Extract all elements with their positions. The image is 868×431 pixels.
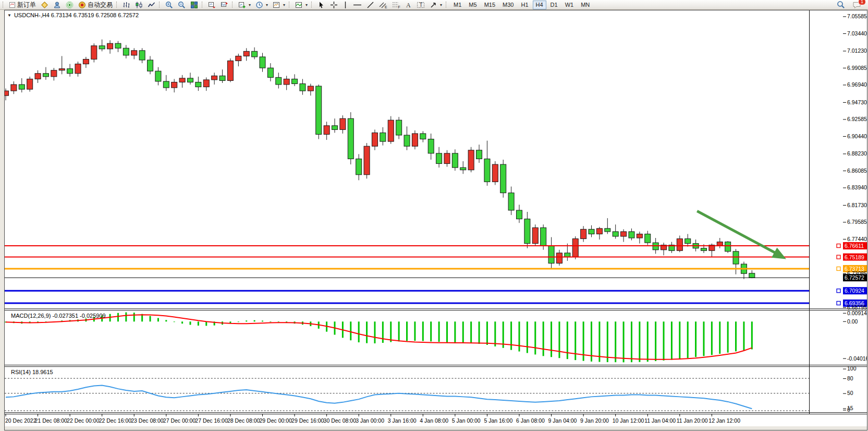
candle-body	[356, 159, 362, 174]
candle-body	[276, 77, 282, 85]
price-line-handle[interactable]	[837, 301, 840, 305]
timeframe-d1-button[interactable]: D1	[547, 1, 561, 9]
vertical-line-button[interactable]	[340, 0, 350, 10]
autotrading-button[interactable]: 自动交易	[76, 0, 115, 10]
tile-windows-button[interactable]	[188, 0, 200, 10]
timeframe-m30-button[interactable]: M30	[499, 1, 517, 9]
timeframe-h4-button[interactable]: H4	[533, 1, 546, 9]
candle-body	[115, 43, 121, 48]
candle-body	[725, 242, 731, 252]
arrows-button[interactable]	[427, 0, 444, 10]
indicators-button[interactable]	[293, 0, 310, 10]
candle-body	[35, 74, 41, 79]
candle-body	[11, 85, 17, 91]
cursor-button[interactable]	[315, 0, 327, 10]
candle-body	[572, 239, 578, 257]
price-line-handle[interactable]	[837, 255, 840, 259]
candle-body	[83, 59, 89, 64]
time-tick-label: 27 Dec 00:00	[163, 418, 196, 424]
fibonacci-button[interactable]: F	[390, 0, 402, 10]
trendline-button[interactable]	[364, 0, 376, 10]
text-button[interactable]: A	[403, 0, 414, 10]
price-tick-label: 6.68795	[847, 305, 867, 310]
toolbar-grip	[116, 2, 118, 8]
timeframe-m15-button[interactable]: M15	[481, 1, 498, 9]
horizontal-line-icon	[353, 1, 362, 9]
candle-body	[420, 134, 426, 139]
candle-body	[139, 51, 145, 60]
candle-body	[476, 150, 482, 159]
timeframe-w1-button[interactable]: W1	[562, 1, 577, 9]
time-tick-label: 22 Dec 16:00	[99, 418, 132, 424]
text-label-button[interactable]: T	[414, 0, 427, 10]
price-tick-label: 7.05585	[847, 14, 867, 19]
price-line-handle[interactable]	[837, 267, 840, 270]
arrows-icon	[430, 1, 437, 9]
candle-body	[637, 234, 642, 238]
timeframe-mn-button[interactable]: MN	[578, 1, 593, 9]
timeframe-h1-button[interactable]: H1	[518, 1, 531, 9]
notifications-button[interactable]: 1	[850, 0, 863, 10]
timeframe-m1-button[interactable]: M1	[450, 1, 464, 9]
search-button[interactable]	[835, 0, 847, 10]
time-tick-label: 27 Dec 16:00	[195, 418, 228, 424]
horizontal-line-button[interactable]	[351, 0, 364, 10]
price-line-badge-label: 6.75189	[845, 255, 864, 260]
candle-body	[236, 56, 241, 61]
time-tick-label: 5 Jan 16:00	[484, 418, 512, 424]
shift-chart-button[interactable]	[218, 0, 230, 10]
time-tick-label: 22 Dec 00:00	[67, 418, 100, 424]
price-line-handle[interactable]	[837, 244, 840, 248]
candle-body	[316, 86, 322, 134]
candle-body	[219, 76, 225, 80]
line-chart-button[interactable]	[145, 0, 157, 10]
templates-button[interactable]	[271, 0, 287, 10]
candle-body	[67, 69, 73, 74]
chart-svg[interactable]: 6.766116.751896.737136.725726.709246.693…	[5, 10, 867, 430]
price-tick-label: 6.86085	[847, 168, 867, 174]
crosshair-icon	[330, 1, 338, 9]
price-tick-label: 6.83940	[847, 185, 867, 190]
toolbar-grip	[311, 2, 313, 8]
candle-body	[532, 228, 538, 243]
time-tick-label: 10 Jan 12:00	[613, 418, 644, 424]
zoom-out-button[interactable]	[176, 0, 188, 10]
candle-body	[605, 229, 610, 232]
new-chart-button[interactable]	[236, 0, 253, 10]
candlestick-chart-button[interactable]	[133, 0, 145, 10]
market-watch-button[interactable]	[39, 0, 51, 10]
candle-body	[372, 133, 377, 146]
time-tick-label: 23 Dec 08:00	[131, 418, 164, 424]
candlestick-chart-icon	[135, 1, 143, 9]
signals-button[interactable]	[64, 0, 76, 10]
time-tick-label: 11 Jan 04:00	[644, 418, 676, 424]
candle-body	[629, 232, 634, 238]
svg-text:T: T	[420, 2, 423, 8]
periods-button[interactable]	[253, 0, 270, 10]
candle-body	[508, 193, 514, 210]
price-line-handle[interactable]	[837, 289, 840, 293]
time-tick-label: 4 Jan 08:00	[420, 418, 448, 424]
rsi-axis-label: 0	[847, 407, 850, 413]
price-tick-label: 6.81730	[847, 202, 867, 208]
candle-body	[43, 74, 48, 77]
market-watch-icon	[41, 1, 48, 9]
time-tick-label: 11 Jan 20:00	[677, 418, 708, 424]
zoom-in-button[interactable]	[163, 0, 175, 10]
new-order-button[interactable]: 新订单	[7, 0, 38, 10]
candle-body	[589, 229, 594, 234]
candle-body	[91, 46, 97, 59]
candle-body	[99, 46, 105, 49]
crosshair-button[interactable]	[328, 0, 340, 10]
candle-body	[284, 79, 289, 85]
candle-body	[107, 43, 113, 49]
navigator-button[interactable]	[51, 0, 63, 10]
price-tick-label: 6.73085	[847, 271, 867, 277]
bar-chart-button[interactable]	[120, 0, 132, 10]
arrange-charts-button[interactable]	[206, 0, 218, 10]
timeframe-m5-button[interactable]: M5	[466, 1, 480, 9]
candle-body	[548, 246, 554, 263]
channel-button[interactable]: E	[377, 0, 389, 10]
chart-collapse-icon[interactable]: ▼	[7, 13, 11, 18]
timeframe-toolbar: M1M5M15M30H1H4D1W1MN	[450, 1, 593, 9]
